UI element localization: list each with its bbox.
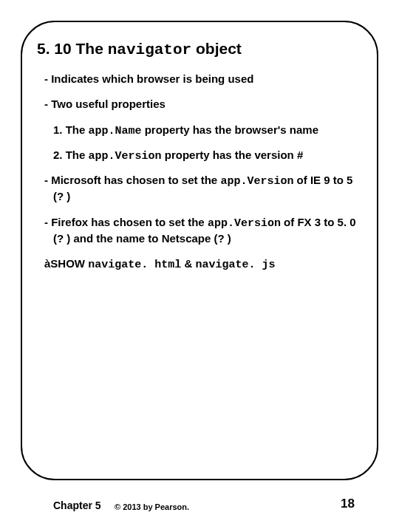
subitem-appname: 1. The app.Name property has the browser…: [53, 123, 362, 139]
slide-frame: 5. 10 The navigator object - Indicates w…: [21, 21, 378, 480]
subitem-appversion: 2. The app.Version property has the vers…: [53, 148, 362, 164]
bullet-microsoft: - Microsoft has chosen to set the app.Ve…: [44, 173, 362, 205]
s1-post: property has the browser's name: [142, 123, 318, 136]
footer-chapter: Chapter 5: [53, 499, 101, 511]
b5-amp: &: [181, 257, 195, 270]
b3-mono: app.Version: [220, 175, 293, 188]
bullet-show: àSHOW navigate. html & navigate. js: [44, 256, 362, 273]
s1-mono: app.Name: [89, 125, 142, 137]
b5-mono2: navigate. js: [195, 259, 275, 271]
footer-page-number: 18: [341, 497, 355, 511]
b4-pre: - Firefox has chosen to set the: [44, 216, 208, 228]
heading-suffix: object: [191, 40, 242, 57]
footer-copyright: © 2013 by Pearson.: [115, 502, 189, 511]
s2-post: property has the version #: [162, 149, 304, 161]
b5-pre: SHOW: [50, 257, 88, 270]
bullet-properties: - Two useful properties: [44, 97, 362, 112]
slide-footer: Chapter 5 © 2013 by Pearson. 18: [0, 491, 399, 511]
b5-mono1: navigate. html: [88, 259, 181, 271]
b4-mono: app.Version: [208, 217, 281, 230]
bullet-indicates: - Indicates which browser is being used: [44, 72, 362, 86]
heading-prefix: 5. 10 The: [37, 40, 108, 57]
s2-pre: 2. The: [53, 149, 89, 161]
heading-mono: navigator: [108, 41, 191, 58]
s1-pre: 1. The: [53, 123, 89, 136]
content-area: - Indicates which browser is being used …: [37, 72, 362, 273]
bullet-firefox: - Firefox has chosen to set the app.Vers…: [44, 215, 362, 247]
sub-list: 1. The app.Name property has the browser…: [44, 123, 362, 165]
s2-mono: app.Version: [89, 150, 162, 163]
b3-pre: - Microsoft has chosen to set the: [44, 174, 220, 186]
slide-heading: 5. 10 The navigator object: [37, 40, 362, 58]
